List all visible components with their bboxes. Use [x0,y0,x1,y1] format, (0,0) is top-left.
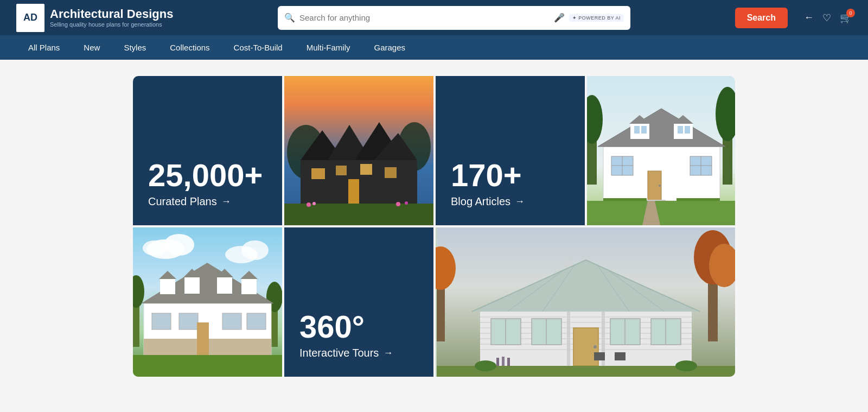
logo-title: Architectural Designs [50,8,173,21]
back-icon[interactable]: ← [804,12,814,23]
nav-item-styles[interactable]: Styles [112,35,158,60]
svg-rect-7 [311,168,325,179]
nav-item-multi-family[interactable]: Multi-Family [295,35,362,60]
svg-rect-44 [676,198,720,201]
svg-rect-10 [385,167,397,178]
house-svg-3 [133,227,282,377]
search-icon: 🔍 [284,12,295,23]
house-svg-1 [284,76,433,225]
ai-badge: ✦ POWERED BY AI [569,14,624,22]
svg-rect-72 [133,355,282,377]
svg-rect-67 [152,313,171,329]
svg-point-114 [675,360,697,371]
svg-rect-59 [160,279,175,294]
svg-point-13 [307,202,311,207]
header-icons: ← ♡ 🛒 0 [804,12,852,24]
svg-rect-8 [336,166,347,175]
svg-rect-30 [641,126,647,134]
svg-rect-32 [685,126,690,134]
tours-stat: 360° [299,311,418,343]
nav-item-collections[interactable]: Collections [158,35,221,60]
wishlist-icon[interactable]: ♡ [822,12,831,24]
house-image-4 [436,227,735,377]
tours-label: Interactive Tours → [299,347,418,359]
svg-point-49 [143,240,167,256]
ai-badge-star: ✦ [572,15,577,21]
header: AD Architectural Designs Selling quality… [0,0,868,35]
tours-cell[interactable]: 360° Interactive Tours → [284,227,433,377]
svg-point-51 [241,240,269,260]
svg-point-16 [405,201,408,205]
svg-rect-11 [348,179,359,204]
svg-rect-61 [184,277,200,294]
curated-plans-cell[interactable]: 25,000+ Curated Plans → [133,76,282,225]
svg-rect-45 [587,201,735,225]
svg-rect-12 [284,204,433,225]
svg-rect-9 [360,164,372,175]
nav-items: All Plans New Styles Collections Cost-To… [16,35,852,60]
svg-rect-117 [507,358,510,366]
svg-point-15 [396,202,400,206]
svg-point-48 [164,234,194,256]
svg-point-14 [312,202,316,205]
logo-initials: AD [23,12,37,23]
cart-icon[interactable]: 🛒 0 [840,12,852,24]
nav-item-garages[interactable]: Garages [362,35,417,60]
search-button[interactable]: Search [735,8,788,28]
nav-item-cost-to-build[interactable]: Cost-To-Build [222,35,295,60]
main: 25,000+ Curated Plans → [0,60,868,393]
blog-label-text: Blog Articles [451,195,510,208]
svg-rect-116 [502,357,505,366]
svg-marker-66 [240,271,258,279]
house-image-1 [284,76,433,225]
svg-rect-65 [241,279,257,294]
curated-label-text: Curated Plans [148,195,217,208]
curated-label: Curated Plans → [148,195,267,208]
logo-subtitle: Selling quality house plans for generati… [50,21,173,28]
curated-arrow: → [221,196,231,207]
svg-point-113 [475,360,496,371]
hero-grid: 25,000+ Curated Plans → [133,76,735,377]
ai-badge-text: POWERED BY AI [578,15,621,21]
logo-text: Architectural Designs Selling quality ho… [50,8,173,27]
blog-articles-cell[interactable]: 170+ Blog Articles → [436,76,585,225]
house-image-3 [133,227,282,377]
logo-box: AD [16,4,44,32]
svg-marker-60 [159,271,176,279]
svg-rect-71 [197,322,209,355]
svg-rect-31 [678,126,683,134]
tours-label-text: Interactive Tours [299,347,379,359]
svg-rect-69 [222,313,241,329]
svg-rect-111 [615,352,626,360]
nav: All Plans New Styles Collections Cost-To… [0,35,868,60]
svg-point-40 [659,185,661,187]
search-input[interactable] [299,13,550,22]
blog-label: Blog Articles → [451,195,570,208]
svg-rect-29 [634,126,640,134]
svg-rect-43 [603,198,647,201]
house-svg-2 [587,76,735,225]
blog-arrow: → [515,196,525,207]
svg-rect-63 [217,277,232,294]
search-bar: 🔍 🎤 ✦ POWERED BY AI [278,6,630,30]
curated-stat: 25,000+ [148,160,267,191]
house-image-2 [587,76,735,225]
svg-point-82 [566,257,573,263]
svg-rect-110 [594,352,605,360]
logo-area[interactable]: AD Architectural Designs Selling quality… [16,4,173,32]
svg-point-107 [593,345,597,348]
mic-icon[interactable]: 🎤 [554,12,565,23]
blog-stat: 170+ [451,160,570,191]
svg-rect-70 [247,313,266,329]
cart-badge: 0 [846,9,855,17]
svg-rect-68 [179,313,198,329]
house-svg-4 [436,227,735,377]
tours-arrow: → [383,347,393,359]
nav-item-new[interactable]: New [72,35,112,60]
svg-rect-108 [567,312,570,366]
nav-item-all-plans[interactable]: All Plans [16,35,72,60]
svg-rect-115 [496,358,499,366]
